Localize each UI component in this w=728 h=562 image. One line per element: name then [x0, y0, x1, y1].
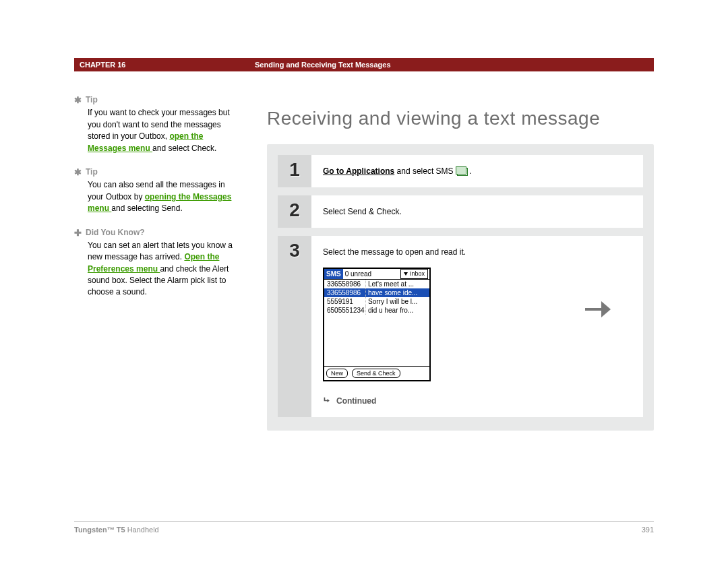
device-send-check-button[interactable]: Send & Check: [352, 369, 400, 378]
sidebar-heading: Tip: [86, 94, 98, 106]
sidebar-text: and selecting Send.: [111, 204, 182, 213]
sidebar-text: If you want to check your messages but y…: [88, 108, 230, 141]
device-unread-count: 0 unread: [343, 269, 400, 279]
sidebar-tip-1: ✱ Tip If you want to check your messages…: [74, 94, 243, 154]
continued-label: Continued: [336, 395, 376, 407]
steps-panel: 1 Go to Applications and select SMS . 2 …: [267, 144, 654, 431]
device-message-row[interactable]: 5559191 Sorry I will be l...: [324, 297, 429, 306]
asterisk-icon: ✱: [74, 96, 82, 104]
section-title: Sending and Receiving Text Messages: [255, 58, 654, 71]
sidebar: ✱ Tip If you want to check your messages…: [74, 94, 243, 431]
chapter-label: CHAPTER 16: [74, 58, 255, 71]
step-2: 2 Select Send & Check.: [278, 195, 643, 228]
link-go-to-applications[interactable]: Go to Applications: [323, 166, 394, 176]
chapter-header: CHAPTER 16 Sending and Receiving Text Me…: [74, 58, 654, 71]
continued-indicator: Continued: [323, 395, 632, 407]
product-name: Tungsten™ T5 Handheld: [74, 526, 159, 534]
device-folder-dropdown[interactable]: Inbox: [400, 269, 428, 280]
plus-icon: ✚: [74, 228, 82, 237]
device-sms-badge: SMS: [324, 269, 343, 279]
device-message-list: 336558986 Let's meet at ... 336558986 ha…: [324, 280, 429, 366]
device-message-row[interactable]: 336558986 Let's meet at ...: [324, 280, 429, 288]
asterisk-icon: ✱: [74, 168, 82, 177]
continued-arrow-icon: [323, 396, 332, 406]
step-text: and select SMS: [394, 166, 456, 176]
device-message-row[interactable]: 336558986 have some ide...: [324, 288, 429, 297]
page-title: Receiving and viewing a text message: [267, 108, 654, 129]
device-new-button[interactable]: New: [326, 369, 348, 378]
page-footer: Tungsten™ T5 Handheld 391: [74, 521, 654, 534]
step-text: .: [469, 166, 471, 176]
device-message-row[interactable]: 6505551234 did u hear fro...: [324, 306, 429, 315]
step-number: 2: [278, 195, 311, 228]
device-folder-label: Inbox: [410, 270, 425, 279]
sms-app-icon: [457, 168, 468, 176]
step-text: Select the message to open and read it.: [323, 247, 466, 257]
sidebar-tip-2: ✱ Tip You can also send all the messages…: [74, 166, 243, 215]
sidebar-heading: Tip: [86, 166, 98, 178]
step-3: 3 Select the message to open and read it…: [278, 236, 643, 417]
device-screenshot: SMS 0 unread Inbox 336558986: [323, 268, 431, 381]
chevron-down-icon: [404, 272, 408, 276]
sidebar-text: and select Check.: [152, 144, 216, 153]
page-number: 391: [642, 526, 654, 534]
sidebar-heading: Did You Know?: [86, 227, 145, 239]
step-text: Select Send & Check.: [323, 207, 402, 216]
sidebar-did-you-know: ✚ Did You Know? You can set an alert tha…: [74, 227, 243, 299]
step-1: 1 Go to Applications and select SMS .: [278, 155, 643, 187]
step-number: 1: [278, 155, 311, 187]
next-page-arrow-icon: [581, 293, 613, 325]
step-number: 3: [278, 236, 311, 417]
